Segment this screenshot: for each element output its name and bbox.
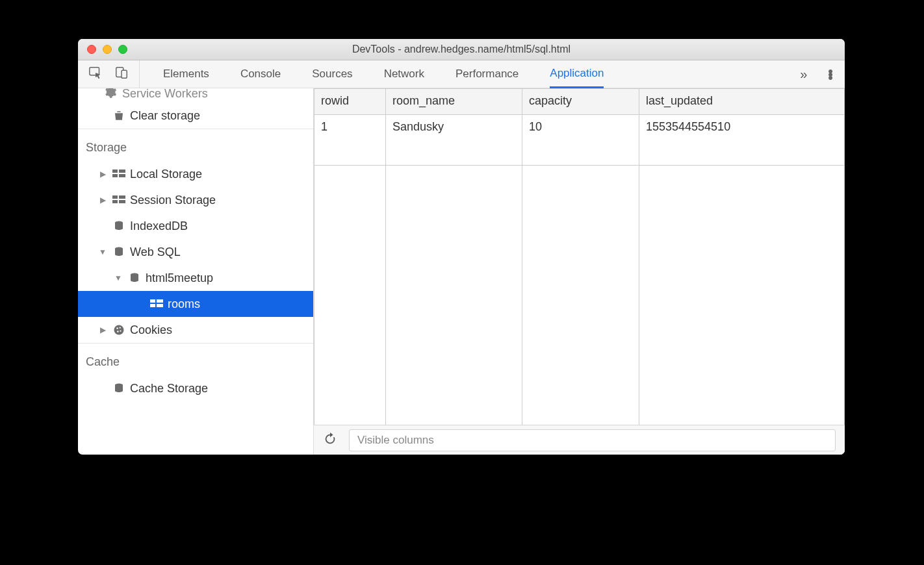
panel-tabstrip: Elements Console Sources Network Perform… — [78, 60, 845, 88]
sidebar-item-label: Cookies — [130, 323, 172, 337]
svg-rect-15 — [157, 299, 163, 303]
cookie-icon — [112, 323, 126, 336]
cell-rowid[interactable]: 1 — [314, 115, 386, 166]
svg-rect-16 — [150, 304, 155, 307]
collapse-arrow-icon: ▼ — [113, 273, 123, 282]
svg-rect-2 — [122, 70, 127, 78]
cell-room-name[interactable]: Sandusky — [386, 115, 522, 166]
svg-point-21 — [117, 331, 119, 333]
devtools-menu-button[interactable]: ••• — [816, 69, 845, 79]
sidebar-item-table-rooms[interactable]: rooms — [78, 291, 313, 317]
tab-network[interactable]: Network — [384, 60, 424, 88]
data-grid-row[interactable]: 1 Sandusky 10 1553544554510 — [314, 115, 845, 166]
refresh-button[interactable] — [323, 432, 337, 449]
gear-icon — [104, 88, 117, 102]
zoom-window-button[interactable] — [118, 45, 127, 54]
more-tabs-button[interactable]: » — [791, 67, 816, 82]
database-icon — [112, 220, 126, 232]
collapse-arrow-icon: ▼ — [97, 247, 108, 257]
sidebar-section-storage: Storage — [78, 129, 313, 161]
device-toggle-icon[interactable] — [114, 66, 129, 83]
column-header[interactable]: capacity — [522, 89, 639, 115]
trash-icon — [112, 110, 126, 121]
tab-sources[interactable]: Sources — [312, 60, 352, 88]
database-icon — [112, 246, 126, 258]
tab-application[interactable]: Application — [550, 61, 604, 88]
cell-capacity[interactable]: 10 — [522, 115, 639, 166]
body: Service Workers Clear storage Storage ▶ … — [78, 88, 845, 455]
sidebar-item-cookies[interactable]: ▶ Cookies — [78, 317, 313, 343]
expand-arrow-icon: ▶ — [97, 325, 108, 334]
sidebar-item-websql[interactable]: ▼ Web SQL — [78, 239, 313, 265]
svg-rect-10 — [119, 200, 125, 203]
database-icon — [112, 383, 126, 394]
svg-rect-3 — [112, 170, 118, 173]
svg-rect-5 — [112, 174, 118, 177]
svg-rect-6 — [119, 174, 125, 177]
sidebar-item-service-workers[interactable]: Service Workers — [78, 88, 313, 103]
sidebar-item-label: rooms — [168, 297, 200, 311]
data-grid-header-row: rowid room_name capacity last_updated — [314, 89, 845, 115]
sidebar-item-label: Web SQL — [130, 245, 181, 259]
svg-point-20 — [120, 327, 121, 329]
tab-console[interactable]: Console — [240, 60, 281, 88]
sidebar-item-indexeddb[interactable]: IndexedDB — [78, 213, 313, 239]
storage-grid-icon — [112, 195, 126, 205]
column-header[interactable]: last_updated — [639, 89, 845, 115]
sidebar-item-label: Session Storage — [130, 194, 216, 207]
expand-arrow-icon: ▶ — [97, 195, 108, 205]
sidebar-item-local-storage[interactable]: ▶ Local Storage — [78, 161, 313, 187]
svg-point-18 — [114, 325, 124, 335]
sidebar-item-label: Local Storage — [130, 168, 202, 181]
svg-rect-8 — [119, 195, 125, 199]
inspect-element-icon[interactable] — [88, 66, 103, 83]
expand-arrow-icon: ▶ — [97, 170, 108, 179]
window-title: DevTools - andrew.hedges.name/html5/sql.… — [78, 44, 845, 55]
svg-rect-9 — [112, 200, 118, 203]
sidebar-item-label: Clear storage — [130, 109, 200, 123]
svg-rect-14 — [150, 299, 155, 303]
sidebar-item-label: Cache Storage — [130, 382, 208, 396]
svg-point-22 — [120, 331, 121, 332]
close-window-button[interactable] — [87, 45, 96, 54]
sidebar-item-label: IndexedDB — [130, 220, 188, 233]
sidebar-section-cache: Cache — [78, 343, 313, 375]
sidebar-item-clear-storage[interactable]: Clear storage — [78, 103, 313, 129]
svg-rect-17 — [157, 304, 163, 307]
data-panel: rowid room_name capacity last_updated 1 … — [314, 88, 845, 455]
svg-rect-4 — [119, 170, 125, 173]
sidebar-item-session-storage[interactable]: ▶ Session Storage — [78, 187, 313, 213]
column-header[interactable]: room_name — [386, 89, 522, 115]
table-icon — [149, 299, 164, 308]
sidebar-item-label: Service Workers — [122, 88, 208, 101]
minimize-window-button[interactable] — [103, 45, 112, 54]
svg-rect-7 — [112, 195, 118, 199]
window-controls — [87, 45, 127, 54]
tab-performance[interactable]: Performance — [456, 60, 519, 88]
panel-tabs: Elements Console Sources Network Perform… — [140, 60, 791, 88]
cell-last-updated[interactable]: 1553544554510 — [639, 115, 845, 166]
data-grid[interactable]: rowid room_name capacity last_updated 1 … — [314, 88, 845, 425]
column-header[interactable]: rowid — [314, 89, 386, 115]
data-grid-toolbar — [314, 425, 845, 455]
sidebar-item-cache-storage[interactable]: Cache Storage — [78, 375, 313, 401]
tab-elements[interactable]: Elements — [163, 60, 209, 88]
data-grid-empty — [314, 165, 845, 425]
database-icon — [127, 272, 142, 284]
sidebar-item-database-html5meetup[interactable]: ▼ html5meetup — [78, 265, 313, 291]
svg-point-19 — [116, 327, 118, 329]
devtools-window: DevTools - andrew.hedges.name/html5/sql.… — [78, 39, 845, 455]
storage-grid-icon — [112, 170, 126, 179]
titlebar: DevTools - andrew.hedges.name/html5/sql.… — [78, 39, 845, 60]
sidebar-item-label: html5meetup — [146, 271, 213, 285]
visible-columns-input[interactable] — [349, 429, 836, 451]
application-sidebar: Service Workers Clear storage Storage ▶ … — [78, 88, 314, 455]
